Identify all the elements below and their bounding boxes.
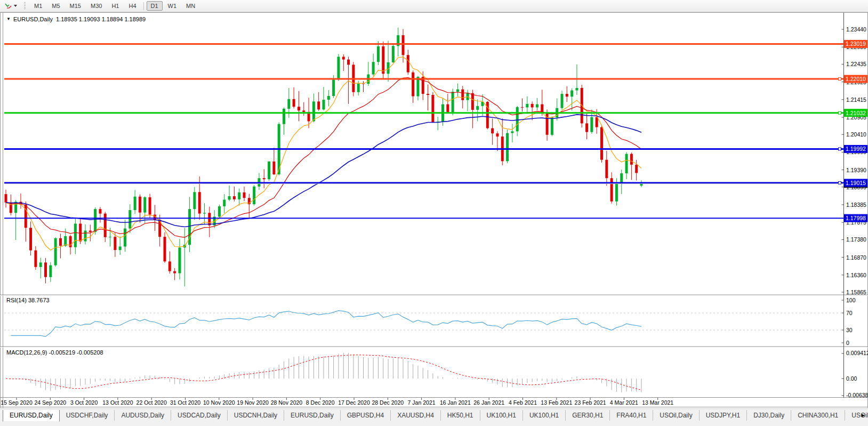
svg-text:1.21032: 1.21032 — [846, 110, 866, 116]
timeframe-button-W1[interactable]: W1 — [164, 1, 181, 11]
price-label-1.23019: 1.23019 — [844, 40, 867, 48]
chart-tab-3-USDCAD-Daily[interactable]: USDCAD,Daily — [171, 410, 228, 421]
timeframe-button-H4[interactable]: H4 — [124, 1, 140, 11]
svg-text:28 Dec 2020: 28 Dec 2020 — [372, 399, 404, 406]
timeframe-button-MN[interactable]: MN — [182, 1, 199, 11]
svg-text:-0.006386: -0.006386 — [846, 392, 868, 398]
chart-tab-6-GBPUSD-H4[interactable]: GBPUSD,H4 — [341, 410, 391, 421]
toolbar-divider — [143, 2, 144, 10]
svg-text:100: 100 — [846, 297, 856, 303]
toolbar-grip[interactable] — [24, 2, 26, 10]
chart-mode-button[interactable] — [2, 1, 20, 11]
svg-text:15 Sep 2020: 15 Sep 2020 — [1, 399, 33, 406]
timeframe-button-D1[interactable]: D1 — [147, 1, 163, 11]
svg-text:1.17998: 1.17998 — [846, 215, 866, 221]
chart-tab-9-UK100-H1[interactable]: UK100,H1 — [480, 410, 523, 421]
svg-text:4 Feb 2021: 4 Feb 2021 — [509, 399, 537, 406]
svg-text:13 Feb 2021: 13 Feb 2021 — [541, 399, 572, 406]
chart-tab-14-USDJPY-H1[interactable]: USDJPY,H1 — [700, 410, 747, 421]
svg-text:1.17380: 1.17380 — [846, 236, 866, 243]
svg-text:31 Oct 2020: 31 Oct 2020 — [170, 399, 200, 406]
price-label-1.19015: 1.19015 — [844, 179, 867, 187]
svg-text:17 Dec 2020: 17 Dec 2020 — [338, 399, 370, 406]
chart-tab-7-XAUUSD-H4[interactable]: XAUUSD,H4 — [391, 410, 441, 421]
macd-label: MACD(12,26,9) -0.005219 -0.005208 — [6, 349, 103, 356]
svg-text:3 Oct 2020: 3 Oct 2020 — [70, 399, 98, 406]
svg-text:1.18385: 1.18385 — [846, 202, 866, 208]
chart-tab-list: EURUSD,DailyUSDCHF,DailyAUDUSD,DailyUSDC… — [3, 410, 868, 423]
chart-tab-4-USDCNH-Daily[interactable]: USDCNH,Daily — [228, 410, 284, 421]
svg-text:1.16870: 1.16870 — [846, 254, 866, 261]
collapse-triangle-icon[interactable]: ▼ — [6, 17, 11, 21]
svg-text:1.22010: 1.22010 — [846, 76, 866, 82]
tab-scroll-right-button[interactable]: ► — [861, 412, 866, 419]
svg-text:28 Nov 2020: 28 Nov 2020 — [271, 399, 303, 406]
svg-text:13 Mar 2021: 13 Mar 2021 — [642, 399, 673, 406]
svg-text:1.23019: 1.23019 — [846, 41, 866, 47]
svg-text:26 Jan 2021: 26 Jan 2021 — [473, 399, 504, 406]
svg-text:1.22435: 1.22435 — [846, 61, 866, 67]
price-label-1.22010: 1.22010 — [844, 75, 867, 83]
svg-text:10 Nov 2020: 10 Nov 2020 — [203, 399, 235, 406]
svg-text:0.009412: 0.009412 — [846, 350, 868, 356]
svg-text:7 Jan 2021: 7 Jan 2021 — [408, 399, 436, 406]
timeframe-button-M30[interactable]: M30 — [86, 1, 106, 11]
svg-text:1.15865: 1.15865 — [846, 289, 866, 295]
svg-text:24 Sep 2020: 24 Sep 2020 — [35, 399, 67, 406]
timeframe-button-M1[interactable]: M1 — [30, 1, 46, 11]
timeframe-button-M15[interactable]: M15 — [66, 1, 85, 11]
svg-text:1.21415: 1.21415 — [846, 97, 866, 103]
price-label-1.21032: 1.21032 — [844, 109, 867, 117]
svg-text:22 Oct 2020: 22 Oct 2020 — [136, 399, 167, 406]
chart-arrows-icon — [4, 2, 12, 10]
chart-tab-1-USDCHF-Daily[interactable]: USDCHF,Daily — [60, 410, 115, 421]
chart-tab-8-HK50-H1[interactable]: HK50,H1 — [441, 410, 480, 421]
chart-tab-16-CHINA300-H1[interactable]: CHINA300,H1 — [791, 410, 845, 421]
svg-text:8 Dec 2020: 8 Dec 2020 — [306, 399, 335, 406]
timeframe-button-H1[interactable]: H1 — [107, 1, 123, 11]
rsi-label: RSI(14) 38.7673 — [6, 297, 50, 303]
dropdown-caret-icon — [14, 5, 17, 7]
price-label-1.19992: 1.19992 — [844, 145, 867, 153]
svg-text:16 Jan 2021: 16 Jan 2021 — [440, 399, 471, 406]
chart-tab-15-DJ30-Daily[interactable]: DJ30,Daily — [747, 410, 791, 421]
svg-text:1.16360: 1.16360 — [846, 272, 866, 278]
chart-tab-13-USOil-Daily[interactable]: USOil,Daily — [653, 410, 699, 421]
svg-text:1.19992: 1.19992 — [846, 146, 866, 152]
chart-tabbar: EURUSD,DailyUSDCHF,DailyAUDUSD,DailyUSDC… — [0, 408, 868, 426]
svg-text:19 Nov 2020: 19 Nov 2020 — [237, 399, 269, 406]
chart-tab-10-UK100-H1[interactable]: UK100,H1 — [523, 410, 566, 421]
timeframe-toolbar: M1M5M15M30H1H4D1W1MN — [29, 1, 200, 11]
svg-text:1.19390: 1.19390 — [846, 167, 866, 173]
ohlc-info: ▼ EURUSD,Daily 1.18935 1.19093 1.18894 1… — [6, 16, 146, 22]
timeframe-button-M5[interactable]: M5 — [47, 1, 64, 11]
svg-text:1.19015: 1.19015 — [846, 180, 866, 186]
chart-tab-12-FRA40-H1[interactable]: FRA40,H1 — [610, 410, 653, 421]
ohlc-text: EURUSD,Daily 1.18935 1.19093 1.18894 1.1… — [13, 16, 146, 22]
chart-tab-5-EURUSD-Daily[interactable]: EURUSD,Daily — [284, 410, 341, 421]
svg-text:13 Oct 2020: 13 Oct 2020 — [102, 399, 133, 406]
svg-text:4 Mar 2021: 4 Mar 2021 — [610, 399, 638, 406]
top-toolbar: M1M5M15M30H1H4D1W1MN — [0, 0, 868, 12]
chart-tab-11-GER30-H1[interactable]: GER30,H1 — [566, 410, 610, 421]
price-label-1.17998: 1.17998 — [844, 214, 867, 222]
chart-tab-0-EURUSD-Daily[interactable]: EURUSD,Daily — [3, 410, 60, 422]
mt4-window: 1.234401.229301.224351.219251.214151.209… — [0, 0, 868, 426]
svg-text:0.00: 0.00 — [846, 375, 857, 382]
svg-text:0: 0 — [846, 340, 849, 346]
svg-text:1.20410: 1.20410 — [846, 131, 866, 138]
chart-canvas[interactable]: 1.234401.229301.224351.219251.214151.209… — [0, 0, 868, 426]
chart-tab-2-AUDUSD-Daily[interactable]: AUDUSD,Daily — [115, 410, 171, 421]
svg-text:23 Feb 2021: 23 Feb 2021 — [575, 399, 606, 406]
svg-text:70: 70 — [846, 310, 853, 316]
svg-text:30: 30 — [846, 327, 853, 333]
svg-text:1.23440: 1.23440 — [846, 26, 866, 33]
